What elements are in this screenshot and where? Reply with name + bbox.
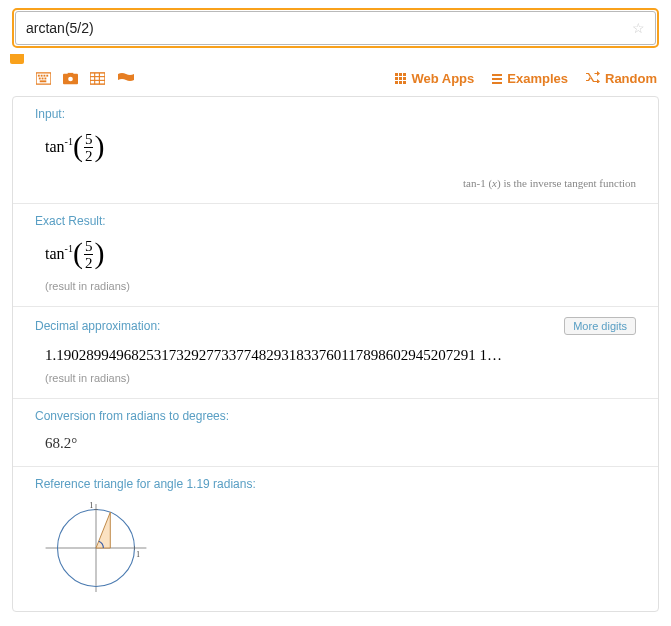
- flag-icon[interactable]: [117, 73, 135, 85]
- section-decimal: Decimal approximation: More digits 1.190…: [13, 307, 658, 399]
- annot-var: x: [492, 177, 497, 189]
- annot-desc: is the inverse tangent function: [503, 177, 636, 189]
- svg-rect-1: [38, 75, 40, 77]
- nav-examples-label: Examples: [507, 71, 568, 86]
- decimal-value: 1.19028994968253173292773377482931833760…: [35, 343, 636, 368]
- section-degrees: Conversion from radians to degrees: 68.2…: [13, 399, 658, 467]
- section-title: Exact Result:: [35, 214, 106, 228]
- data-table-icon[interactable]: [90, 72, 105, 85]
- svg-rect-8: [40, 80, 47, 82]
- search-input[interactable]: [26, 20, 624, 36]
- search-tag-icon: [10, 54, 24, 64]
- svg-rect-5: [39, 78, 41, 80]
- search-inner: ☆: [15, 11, 656, 45]
- image-upload-icon[interactable]: [63, 72, 78, 85]
- fn-sup: -1: [65, 243, 73, 254]
- search-container: ☆: [12, 8, 659, 48]
- frac-den: 2: [84, 255, 94, 271]
- results-card: Input: tan-1(52) tan-1 (x) is the invers…: [12, 96, 659, 612]
- nav-links: Web Apps Examples Random: [395, 71, 657, 86]
- input-tool-icons: [36, 72, 135, 85]
- nav-random-label: Random: [605, 71, 657, 86]
- nav-web-apps-label: Web Apps: [411, 71, 474, 86]
- svg-rect-7: [44, 78, 46, 80]
- section-title: Input:: [35, 107, 65, 121]
- degrees-value: 68.2°: [35, 431, 636, 452]
- decimal-subnote: (result in radians): [35, 368, 636, 384]
- favorite-star-icon[interactable]: ☆: [632, 20, 645, 36]
- fn-name: tan: [45, 245, 65, 262]
- svg-rect-12: [90, 73, 105, 84]
- svg-point-10: [68, 77, 73, 82]
- svg-rect-11: [68, 73, 74, 75]
- list-icon: [492, 74, 502, 84]
- reference-triangle-plot: 1 1: [41, 499, 151, 597]
- frac-den: 2: [84, 148, 94, 164]
- shuffle-icon: [586, 71, 600, 86]
- annot-sup: -1: [477, 177, 486, 189]
- nav-examples[interactable]: Examples: [492, 71, 568, 86]
- section-input: Input: tan-1(52) tan-1 (x) is the invers…: [13, 97, 658, 204]
- input-expression: tan-1(52): [35, 129, 636, 169]
- section-exact-result: Exact Result: tan-1(52) (result in radia…: [13, 204, 658, 307]
- frac-num: 5: [84, 239, 94, 255]
- svg-marker-22: [96, 512, 110, 548]
- keyboard-icon[interactable]: [36, 72, 51, 85]
- section-title: Reference triangle for angle 1.19 radian…: [35, 477, 256, 491]
- svg-rect-3: [44, 75, 46, 77]
- annot-fn: tan: [463, 177, 476, 189]
- frac-num: 5: [84, 132, 94, 148]
- svg-text:1: 1: [90, 501, 94, 510]
- section-reference-triangle: Reference triangle for angle 1.19 radian…: [13, 467, 658, 611]
- grid-icon: [395, 73, 406, 84]
- svg-rect-6: [42, 78, 44, 80]
- exact-expression: tan-1(52): [35, 236, 636, 276]
- svg-rect-2: [41, 75, 43, 77]
- input-annotation: tan-1 (x) is the inverse tangent functio…: [35, 169, 636, 189]
- svg-text:1: 1: [136, 550, 140, 559]
- section-title: Decimal approximation:: [35, 319, 160, 333]
- fn-name: tan: [45, 138, 65, 155]
- svg-rect-4: [46, 75, 48, 77]
- exact-subnote: (result in radians): [35, 276, 636, 292]
- more-digits-button[interactable]: More digits: [564, 317, 636, 335]
- section-title: Conversion from radians to degrees:: [35, 409, 229, 423]
- nav-random[interactable]: Random: [586, 71, 657, 86]
- toolbar: Web Apps Examples Random: [12, 67, 659, 96]
- nav-web-apps[interactable]: Web Apps: [395, 71, 474, 86]
- fn-sup: -1: [65, 136, 73, 147]
